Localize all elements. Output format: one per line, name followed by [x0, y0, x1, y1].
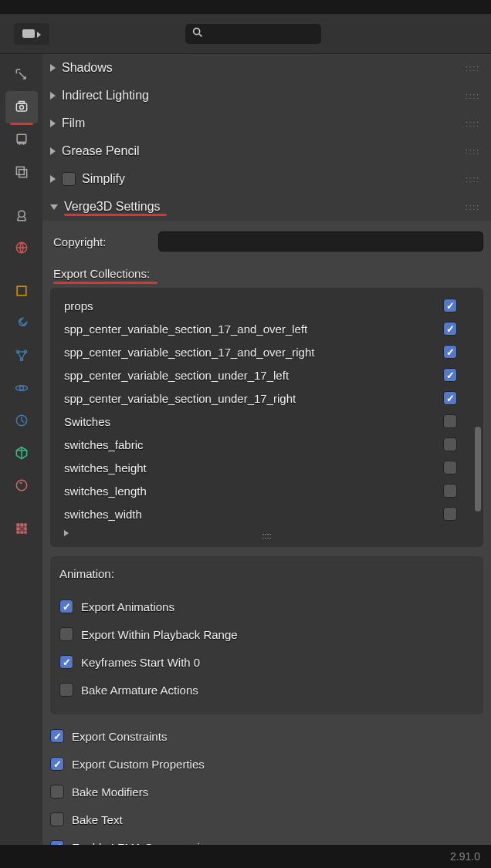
collection-checkbox[interactable] — [443, 507, 457, 521]
option-label: Export Custom Properties — [72, 758, 205, 771]
collection-row[interactable]: switches_height — [55, 456, 479, 479]
svg-rect-5 — [17, 134, 26, 142]
grip-dots-icon[interactable]: :::: — [262, 531, 271, 540]
option-row[interactable]: Enable LZMA Compression — [50, 833, 483, 845]
collection-row[interactable]: switches_length — [55, 479, 479, 502]
option-label: Export Within Playback Range — [81, 628, 238, 641]
panel-title: Grease Pencil — [62, 144, 459, 158]
option-row[interactable]: Bake Armature Actions — [59, 676, 474, 704]
svg-point-8 — [18, 211, 24, 217]
panel-shadows[interactable]: Shadows :::: — [42, 54, 491, 82]
list-footer: :::: — [55, 525, 479, 541]
tab-physics[interactable] — [5, 372, 38, 404]
properties-header — [0, 14, 491, 54]
tab-object[interactable] — [5, 275, 38, 307]
tab-world[interactable] — [5, 231, 38, 264]
option-checkbox[interactable] — [50, 729, 64, 743]
collection-checkbox[interactable] — [443, 437, 457, 451]
search-input[interactable] — [185, 24, 321, 44]
verge3d-label: Verge3D Settings — [64, 200, 161, 213]
tab-modifier[interactable] — [5, 307, 38, 339]
tab-constraint[interactable] — [5, 404, 38, 437]
tab-render[interactable] — [5, 91, 38, 123]
collection-row[interactable]: props — [55, 294, 479, 317]
collection-name: spp_center_variable_section_under_17_rig… — [64, 392, 437, 405]
tab-texture[interactable] — [5, 512, 38, 545]
editor-type-dropdown[interactable] — [14, 23, 49, 45]
collection-row[interactable]: spp_center_variable_section_17_and_over_… — [55, 340, 479, 363]
collection-checkbox[interactable] — [443, 345, 457, 359]
tab-material[interactable] — [5, 469, 38, 502]
collection-row[interactable]: spp_center_variable_section_under_17_rig… — [55, 387, 479, 410]
tab-particle[interactable] — [5, 339, 38, 372]
option-row[interactable]: Export Within Playback Range — [59, 620, 474, 648]
panel-simplify[interactable]: Simplify :::: — [42, 165, 491, 193]
collection-row[interactable]: switches_width — [55, 502, 479, 525]
collection-name: Switches — [64, 415, 437, 428]
collection-checkbox[interactable] — [443, 391, 457, 405]
collection-checkbox[interactable] — [443, 368, 457, 382]
tab-viewlayer[interactable] — [5, 156, 38, 188]
property-tabs — [0, 54, 42, 845]
option-row[interactable]: Export Animations — [59, 593, 474, 620]
option-checkbox[interactable] — [59, 683, 73, 697]
svg-point-3 — [19, 106, 23, 110]
tab-mesh[interactable] — [5, 437, 38, 469]
status-bar: 2.91.0 — [0, 845, 491, 868]
collection-checkbox[interactable] — [443, 414, 457, 428]
tab-output[interactable] — [5, 123, 38, 156]
panel-indirect-lighting[interactable]: Indirect Lighting :::: — [42, 82, 491, 110]
option-row[interactable]: Export Constraints — [50, 722, 483, 750]
collection-row[interactable]: spp_center_variable_section_under_17_lef… — [55, 363, 479, 387]
panel-title: Shadows — [62, 61, 459, 75]
svg-rect-10 — [17, 286, 26, 296]
collection-row[interactable]: switches_fabric — [55, 433, 479, 456]
collection-name: switches_fabric — [64, 438, 437, 451]
copyright-input[interactable] — [158, 231, 483, 252]
option-checkbox[interactable] — [59, 655, 73, 669]
drag-grip-icon[interactable]: :::: — [466, 175, 480, 184]
tab-scene[interactable] — [5, 199, 38, 231]
copyright-label: Copyright: — [50, 235, 151, 248]
expand-icon — [50, 147, 56, 155]
option-label: Bake Armature Actions — [81, 684, 198, 697]
svg-point-14 — [19, 387, 23, 390]
panel-film[interactable]: Film :::: — [42, 110, 491, 137]
drag-grip-icon[interactable]: :::: — [466, 92, 480, 100]
collection-checkbox[interactable] — [443, 461, 457, 475]
option-row[interactable]: Bake Text — [50, 806, 483, 833]
drag-grip-icon[interactable]: :::: — [466, 120, 480, 128]
expand-icon — [50, 175, 56, 183]
expand-icon[interactable] — [64, 530, 69, 536]
svg-rect-23 — [24, 527, 26, 530]
option-checkbox[interactable] — [50, 757, 64, 771]
scrollbar-thumb[interactable] — [475, 427, 481, 512]
collection-name: switches_width — [64, 508, 437, 521]
option-row[interactable]: Export Custom Properties — [50, 750, 483, 778]
svg-rect-26 — [24, 531, 26, 533]
simplify-checkbox[interactable] — [62, 172, 76, 186]
collection-row[interactable]: Switches — [55, 410, 479, 433]
panel-title: Indirect Lighting — [62, 89, 459, 103]
expand-icon — [50, 120, 56, 127]
drag-grip-icon[interactable]: :::: — [466, 203, 480, 211]
panel-verge3d[interactable]: Verge3D Settings :::: — [42, 193, 491, 221]
collection-checkbox[interactable] — [443, 322, 457, 336]
collection-checkbox[interactable] — [443, 484, 457, 498]
collection-name: switches_height — [64, 461, 437, 475]
drag-grip-icon[interactable]: :::: — [466, 147, 480, 156]
collection-row[interactable]: spp_center_variable_section_17_and_over_… — [55, 317, 479, 340]
export-collections-list: propsspp_center_variable_section_17_and_… — [50, 288, 483, 547]
drag-grip-icon[interactable]: :::: — [466, 64, 480, 73]
option-checkbox[interactable] — [59, 599, 73, 613]
option-row[interactable]: Keyframes Start With 0 — [59, 648, 474, 676]
panel-grease-pencil[interactable]: Grease Pencil :::: — [42, 137, 491, 165]
option-label: Bake Text — [72, 813, 123, 826]
option-row[interactable]: Bake Modifiers — [50, 778, 483, 806]
tab-tool[interactable] — [5, 59, 38, 91]
collection-checkbox[interactable] — [443, 299, 457, 312]
option-checkbox[interactable] — [50, 785, 64, 799]
option-checkbox[interactable] — [50, 812, 64, 826]
panel-title: Film — [62, 117, 459, 130]
option-checkbox[interactable] — [59, 627, 73, 641]
